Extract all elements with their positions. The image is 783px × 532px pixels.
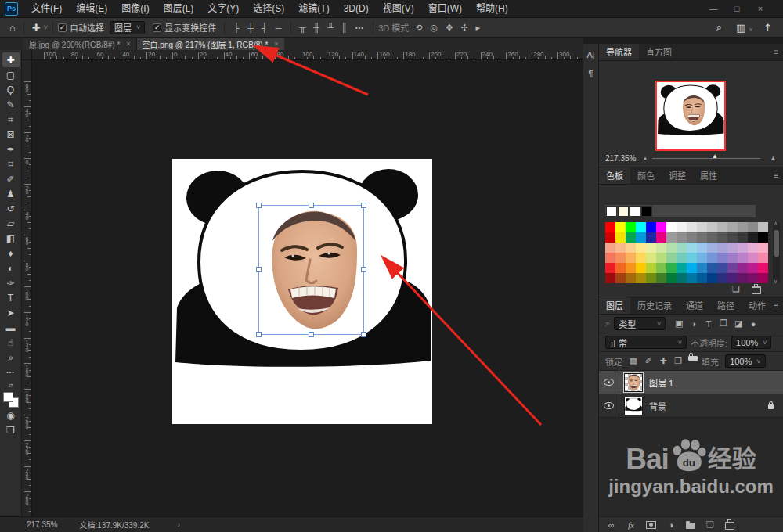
transform-handle-nw[interactable] bbox=[256, 203, 262, 208]
transform-handle-e[interactable] bbox=[361, 267, 366, 272]
transform-handle-w[interactable] bbox=[256, 267, 262, 272]
3d-camera-icon[interactable]: ▸ bbox=[472, 23, 485, 33]
distribute-bottom-icon[interactable]: ╨ bbox=[323, 23, 337, 32]
search-icon[interactable]: ⌕ bbox=[713, 21, 725, 34]
share-icon[interactable]: ↥ bbox=[760, 22, 775, 34]
color-swatch[interactable] bbox=[707, 253, 717, 263]
color-swatch[interactable] bbox=[646, 253, 656, 263]
layer-thumbnail[interactable] bbox=[624, 373, 643, 392]
color-swatch[interactable] bbox=[697, 273, 707, 283]
color-swatch[interactable] bbox=[646, 222, 656, 232]
layer-mask-icon[interactable] bbox=[646, 521, 656, 529]
close-icon[interactable]: × bbox=[274, 40, 278, 48]
color-swatch[interactable] bbox=[717, 222, 727, 232]
color-swatch[interactable] bbox=[615, 263, 626, 273]
menu-item[interactable]: 选择(S) bbox=[246, 0, 291, 17]
lock-position-icon[interactable]: ✚ bbox=[659, 356, 668, 366]
lock-artboard-icon[interactable]: ❒ bbox=[673, 356, 683, 366]
color-swatch[interactable] bbox=[636, 222, 646, 232]
filter-type-dropdown[interactable]: 类型 ˅ bbox=[614, 317, 666, 330]
color-swatch[interactable] bbox=[758, 222, 768, 232]
slider-thumb[interactable]: ▲ bbox=[712, 153, 718, 160]
layer-row-背景[interactable]: 背景 bbox=[599, 394, 783, 418]
color-swatch[interactable] bbox=[727, 263, 738, 273]
navigator-zoom-slider[interactable]: ▲ bbox=[652, 158, 760, 159]
more-options-icon[interactable]: ••• bbox=[352, 24, 368, 31]
quick-mask-icon[interactable]: ◉ bbox=[2, 408, 20, 422]
filter-shape-icon[interactable]: ❒ bbox=[719, 318, 728, 329]
hand-tool[interactable]: ☝ bbox=[2, 335, 20, 350]
layer-name[interactable]: 背景 bbox=[649, 400, 666, 412]
tool-preset-chevron[interactable]: ˅ bbox=[44, 23, 48, 31]
canvas-pasteboard[interactable] bbox=[32, 60, 583, 516]
canvas-image[interactable] bbox=[172, 159, 432, 424]
object-selection-tool[interactable]: ✎ bbox=[2, 97, 20, 112]
auto-select-checkbox[interactable]: ✓ bbox=[58, 23, 67, 32]
dodge-tool[interactable]: ◐ bbox=[2, 261, 20, 275]
character-panel-icon[interactable]: A| bbox=[586, 50, 594, 59]
color-swatch[interactable] bbox=[656, 222, 666, 232]
color-swatch[interactable] bbox=[605, 243, 615, 253]
color-swatch[interactable] bbox=[605, 273, 615, 283]
color-swatch[interactable] bbox=[677, 232, 687, 243]
color-swatch[interactable] bbox=[697, 253, 707, 263]
menu-item[interactable]: 滤镜(T) bbox=[291, 0, 336, 17]
layer-name[interactable]: 图层 1 bbox=[649, 376, 673, 389]
color-swatch[interactable] bbox=[615, 243, 626, 253]
recent-swatch[interactable] bbox=[630, 206, 640, 217]
opacity-dropdown[interactable]: 100% ˅ bbox=[731, 336, 771, 349]
color-swatch[interactable] bbox=[626, 222, 636, 232]
align-left-icon[interactable]: ╞ bbox=[229, 23, 244, 32]
show-transform-checkbox[interactable]: ✓ bbox=[153, 23, 161, 32]
3d-orbit-icon[interactable]: ⟲ bbox=[411, 23, 426, 33]
color-swatch[interactable] bbox=[697, 263, 707, 273]
layers-tab[interactable]: 动作 bbox=[742, 297, 773, 314]
color-swatch[interactable] bbox=[636, 253, 646, 263]
color-swatch[interactable] bbox=[687, 253, 697, 263]
workspace-icon[interactable]: ▥ bbox=[733, 22, 749, 34]
new-layer-icon[interactable]: ❏ bbox=[705, 519, 715, 530]
panel-menu-icon[interactable]: ≡ bbox=[774, 297, 778, 315]
visibility-eye-icon[interactable] bbox=[604, 402, 614, 409]
layers-tab[interactable]: 历史记录 bbox=[630, 297, 679, 314]
scroll-up-icon[interactable]: ∧ bbox=[774, 221, 778, 227]
transform-handle-se[interactable] bbox=[361, 332, 366, 337]
color-swatch[interactable] bbox=[748, 232, 758, 243]
menu-item[interactable]: 图像(I) bbox=[114, 0, 156, 17]
navigator-zoom-value[interactable]: 217.35% bbox=[605, 154, 643, 163]
align-middle-icon[interactable]: ═ bbox=[272, 23, 286, 32]
color-swatch[interactable] bbox=[666, 222, 677, 232]
transform-bounding-box[interactable] bbox=[258, 205, 364, 335]
color-swatch[interactable] bbox=[677, 253, 687, 263]
layers-tab[interactable]: 图层 bbox=[599, 297, 630, 314]
color-swatch[interactable] bbox=[666, 263, 677, 273]
color-swatch[interactable] bbox=[687, 222, 697, 232]
color-swatch[interactable] bbox=[687, 232, 697, 243]
move-tool[interactable]: ✚ bbox=[2, 52, 20, 67]
photoshop-logo[interactable]: Ps bbox=[5, 2, 18, 16]
color-swatch[interactable] bbox=[707, 232, 717, 243]
zoom-in-icon[interactable]: ▲ bbox=[770, 154, 777, 162]
color-swatch[interactable] bbox=[656, 253, 666, 263]
color-swatch[interactable] bbox=[626, 263, 636, 273]
navigator-tab[interactable]: 导航器 bbox=[599, 44, 639, 60]
color-swatch[interactable] bbox=[605, 232, 615, 243]
navigator-thumbnail[interactable] bbox=[655, 81, 726, 151]
eraser-tool[interactable]: ▱ bbox=[2, 216, 20, 231]
foreground-color-swatch[interactable] bbox=[3, 392, 13, 402]
transform-handle-sw[interactable] bbox=[256, 332, 262, 337]
color-swatch[interactable] bbox=[727, 222, 738, 232]
vertical-ruler[interactable]: 6040200204060801001201401601802002202402… bbox=[22, 60, 32, 516]
recent-swatch[interactable] bbox=[606, 206, 617, 217]
color-swatch[interactable] bbox=[717, 263, 727, 273]
ruler-corner[interactable] bbox=[22, 50, 32, 60]
color-swatch[interactable] bbox=[748, 273, 758, 283]
color-swatch[interactable] bbox=[727, 273, 738, 283]
minimize-button[interactable]: — bbox=[702, 0, 725, 17]
lasso-tool[interactable]: Ϙ bbox=[2, 82, 20, 97]
gradient-tool[interactable]: ◧ bbox=[2, 231, 20, 246]
color-swatch[interactable] bbox=[666, 243, 677, 253]
color-swatch[interactable] bbox=[758, 263, 768, 273]
color-swatch[interactable] bbox=[717, 273, 727, 283]
eyedropper-tool[interactable]: ✒ bbox=[2, 142, 20, 156]
